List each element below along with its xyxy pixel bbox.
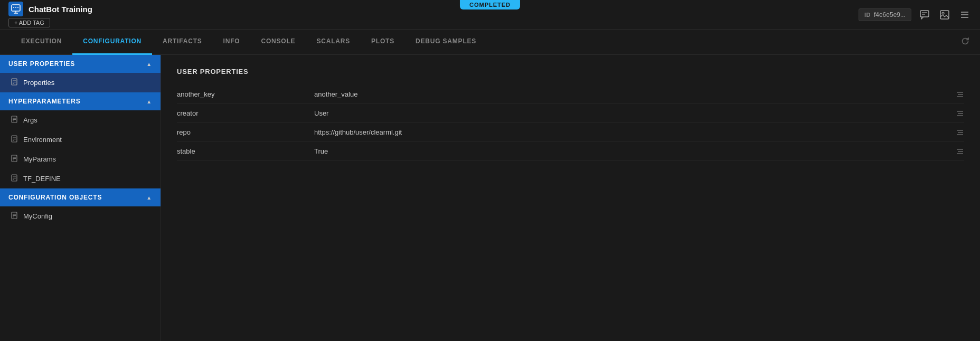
top-bar: ChatBot Training + ADD TAG COMPLETED ID … xyxy=(0,0,980,30)
prop-value: True xyxy=(314,147,956,155)
prop-action-menu[interactable] xyxy=(956,110,964,117)
reload-icon[interactable] xyxy=(961,37,969,48)
prop-value: User xyxy=(314,109,956,117)
prop-key: stable xyxy=(177,147,314,155)
tab-info[interactable]: INFO xyxy=(213,30,251,55)
tab-plots[interactable]: PLOTS xyxy=(361,30,405,55)
add-tag-button[interactable]: + ADD TAG xyxy=(8,18,50,27)
tab-debug-samples[interactable]: DEBUG SAMPLES xyxy=(405,30,487,55)
id-label: ID xyxy=(864,12,871,18)
tab-console[interactable]: CONSOLE xyxy=(250,30,306,55)
table-row: another_key another_value xyxy=(177,85,964,104)
sidebar-section-config-objects-label: CONFIGURATION OBJECTS xyxy=(8,194,102,201)
image-button[interactable] xyxy=(938,8,951,22)
prop-key: creator xyxy=(177,109,314,117)
sidebar-item-environment-label: Environment xyxy=(23,136,62,144)
sidebar-section-hyperparameters[interactable]: HYPERPARAMETERS ▲ xyxy=(0,92,161,110)
sidebar-item-myparams-label: MyParams xyxy=(23,155,56,163)
app-title: ChatBot Training xyxy=(29,5,92,14)
svg-rect-6 xyxy=(920,11,929,17)
sidebar-item-properties-label: Properties xyxy=(23,79,54,87)
tab-scalars[interactable]: SCALARS xyxy=(306,30,361,55)
doc-icon-5 xyxy=(11,174,18,183)
content-section-title: USER PROPERTIES xyxy=(177,68,964,75)
prop-key: repo xyxy=(177,128,314,136)
chevron-up-icon-2: ▲ xyxy=(146,99,152,105)
sidebar-item-args[interactable]: Args xyxy=(0,110,161,130)
id-badge: ID f4e6e5e9... xyxy=(859,8,911,21)
chat-button[interactable] xyxy=(918,8,931,22)
status-badge: COMPLETED xyxy=(460,0,520,10)
app-logo-row: ChatBot Training xyxy=(8,2,92,16)
main-layout: USER PROPERTIES ▲ Properties HYPERPARAME… xyxy=(0,55,980,341)
app-icon xyxy=(8,2,23,16)
sidebar-item-properties[interactable]: Properties xyxy=(0,73,161,92)
prop-action-menu[interactable] xyxy=(956,129,964,136)
sidebar-section-hyperparameters-label: HYPERPARAMETERS xyxy=(8,98,80,105)
svg-rect-9 xyxy=(940,11,949,19)
prop-action-menu[interactable] xyxy=(956,148,964,155)
sidebar-section-user-properties[interactable]: USER PROPERTIES ▲ xyxy=(0,55,161,73)
sidebar-item-environment[interactable]: Environment xyxy=(0,130,161,149)
sidebar-section-config-objects[interactable]: CONFIGURATION OBJECTS ▲ xyxy=(0,188,161,206)
chevron-up-icon: ▲ xyxy=(146,61,152,67)
doc-icon-3 xyxy=(11,135,18,144)
properties-table: another_key another_value creator User xyxy=(177,85,964,161)
sidebar-item-tf-define-label: TF_DEFINE xyxy=(23,175,61,183)
sidebar-section-user-properties-label: USER PROPERTIES xyxy=(8,60,75,68)
tab-artifacts[interactable]: ARTIFACTS xyxy=(152,30,213,55)
table-row: creator User xyxy=(177,104,964,123)
prop-action-menu[interactable] xyxy=(956,91,964,98)
top-bar-left: ChatBot Training + ADD TAG xyxy=(8,2,92,27)
svg-point-4 xyxy=(15,7,16,8)
svg-point-3 xyxy=(13,7,14,8)
menu-button[interactable] xyxy=(958,8,972,22)
id-value: f4e6e5e9... xyxy=(874,11,906,18)
content-area: USER PROPERTIES another_key another_valu… xyxy=(161,55,980,341)
chevron-up-icon-3: ▲ xyxy=(146,195,152,201)
doc-icon-6 xyxy=(11,212,18,221)
tab-configuration[interactable]: CONFIGURATION xyxy=(72,30,152,55)
sidebar-item-myparams[interactable]: MyParams xyxy=(0,149,161,169)
sidebar-item-tf-define[interactable]: TF_DEFINE xyxy=(0,169,161,188)
prop-value: another_value xyxy=(314,90,956,98)
doc-icon xyxy=(11,78,18,87)
prop-key: another_key xyxy=(177,90,314,98)
svg-point-10 xyxy=(942,12,944,14)
sidebar-item-args-label: Args xyxy=(23,116,37,124)
table-row: repo https://github/user/clearml.git xyxy=(177,123,964,142)
sidebar-item-myconfig[interactable]: MyConfig xyxy=(0,206,161,226)
top-bar-right: ID f4e6e5e9... xyxy=(859,8,972,22)
svg-point-5 xyxy=(17,7,18,8)
sidebar-item-myconfig-label: MyConfig xyxy=(23,212,52,220)
tab-execution[interactable]: EXECUTION xyxy=(11,30,72,55)
prop-value: https://github/user/clearml.git xyxy=(314,128,956,136)
doc-icon-2 xyxy=(11,116,18,125)
sidebar: USER PROPERTIES ▲ Properties HYPERPARAME… xyxy=(0,55,161,341)
table-row: stable True xyxy=(177,142,964,161)
doc-icon-4 xyxy=(11,155,18,164)
tabs-bar: EXECUTION CONFIGURATION ARTIFACTS INFO C… xyxy=(0,30,980,55)
